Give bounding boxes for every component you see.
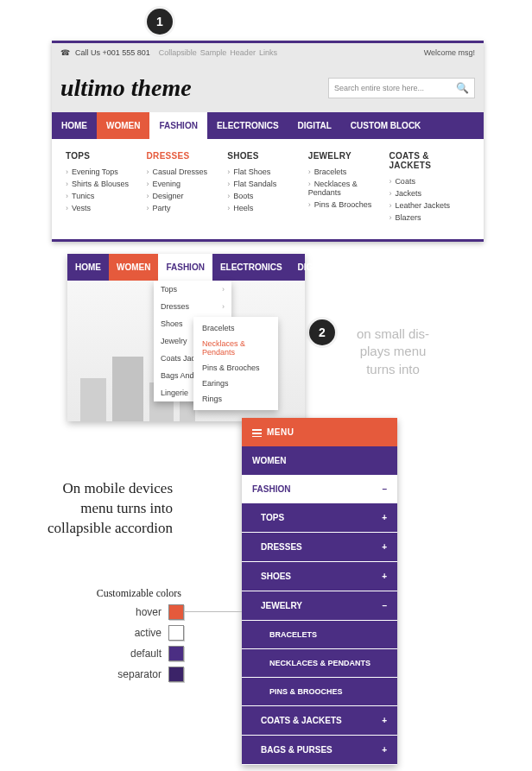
nav-digital[interactable]: DIGITAL <box>288 112 341 139</box>
accordion-fash[interactable]: FASHION– <box>242 475 397 503</box>
color-box <box>168 604 184 620</box>
mega-col-title[interactable]: DRESSES <box>147 151 228 161</box>
medium-nav: HOME WOMEN FASHION ELECTRONICS DIGITAL <box>67 254 305 281</box>
panel2-caption: on small dis- plays menu turns into <box>337 325 449 378</box>
nav-electronics[interactable]: ELECTRONICS <box>207 112 288 139</box>
desktop-preview: ☎ Call Us +001 555 801 Collapsible Sampl… <box>52 41 484 242</box>
nav-home[interactable]: HOME <box>52 112 97 139</box>
nav-women[interactable]: WOMEN <box>97 112 149 139</box>
crumb-1[interactable]: Sample <box>200 48 227 57</box>
accordion-cat[interactable]: BAGS & PURSES+ <box>242 736 397 764</box>
nav-fashion[interactable]: FASHION <box>149 112 206 139</box>
mega-link[interactable]: Evening <box>147 178 228 190</box>
dd2-item[interactable]: Bracelets <box>193 320 278 336</box>
mobile-accordion: MENU WOMENFASHION–TOPS+DRESSES+SHOES+JEW… <box>242 418 397 765</box>
dd1-item[interactable]: Tops› <box>154 281 231 298</box>
chevron-right-icon: › <box>222 285 225 294</box>
mega-col-title[interactable]: COATS & JACKETS <box>389 151 470 170</box>
mega-link[interactable]: Flat Sandals <box>227 178 308 190</box>
mega-link[interactable]: Pins & Brooches <box>308 199 390 211</box>
menu-toggle[interactable]: MENU <box>242 418 397 446</box>
mega-col-shoes: SHOESFlat ShoesFlat SandalsBootsHeels <box>227 151 308 224</box>
accordion-cat[interactable]: COATS & JACKETS+ <box>242 706 397 735</box>
topbar: ☎ Call Us +001 555 801 Collapsible Sampl… <box>52 43 484 62</box>
swatch-active: active <box>102 625 184 641</box>
medium-preview: HOME WOMEN FASHION ELECTRONICS DIGITAL T… <box>67 254 305 421</box>
crumb-0[interactable]: Collapsible <box>159 48 197 57</box>
mega-link[interactable]: Boots <box>227 190 308 202</box>
plus-icon: + <box>382 572 387 581</box>
nav2-electronics[interactable]: ELECTRONICS <box>212 254 290 281</box>
chevron-right-icon: › <box>222 302 225 311</box>
mega-link[interactable]: Blazers <box>389 212 470 224</box>
color-box <box>168 625 184 641</box>
dd1-item[interactable]: Dresses› <box>154 298 231 315</box>
mega-link[interactable]: Designer <box>147 190 228 202</box>
search-icon[interactable]: 🔍 <box>456 82 469 94</box>
swatch-separator: separator <box>102 667 184 682</box>
mega-link[interactable]: Party <box>147 202 228 214</box>
dropdown-level2: BraceletsNecklaces & PendantsPins & Broo… <box>193 317 278 410</box>
header: ultimo theme Search entire store here...… <box>52 62 484 112</box>
accordion-sub[interactable]: PINS & BROOCHES <box>242 678 397 705</box>
badge-1: 1 <box>147 9 173 35</box>
nav2-fashion[interactable]: FASHION <box>158 254 212 281</box>
plus-icon: + <box>382 513 387 522</box>
nav2-home[interactable]: HOME <box>67 254 109 281</box>
accordion-cat[interactable]: TOPS+ <box>242 503 397 532</box>
mega-col-jewelry: JEWELRYBraceletsNecklaces & PendantsPins… <box>308 151 390 224</box>
color-box <box>168 667 184 682</box>
nav2-digital[interactable]: DIGITAL <box>290 254 339 281</box>
mega-link[interactable]: Tunics <box>66 190 147 202</box>
nav-custom[interactable]: CUSTOM BLOCK <box>341 112 430 139</box>
plus-icon: + <box>382 745 387 755</box>
plus-icon: + <box>382 542 387 552</box>
swatch-default: default <box>102 646 184 661</box>
hero-image: Tops›Dresses›Shoes›Jewelry›Coats JacBags… <box>67 281 305 421</box>
welcome-msg: Welcome msg! <box>424 48 475 57</box>
mega-col-title[interactable]: TOPS <box>66 151 147 161</box>
accordion-cat[interactable]: DRESSES+ <box>242 533 397 561</box>
mega-link[interactable]: Coats <box>389 175 470 187</box>
crumb-3[interactable]: Links <box>259 48 277 57</box>
mega-link[interactable]: Bracelets <box>308 166 390 178</box>
mega-link[interactable]: Flat Shoes <box>227 166 308 178</box>
mega-link[interactable]: Vests <box>66 202 147 214</box>
search-input[interactable]: Search entire store here... 🔍 <box>328 78 475 98</box>
mega-col-title[interactable]: JEWELRY <box>308 151 390 161</box>
hamburger-icon <box>252 429 262 437</box>
panel3-caption: On mobile devices menu turns into collap… <box>35 479 173 539</box>
mega-col-tops: TOPSEvening TopsShirts & BlousesTunicsVe… <box>66 151 147 224</box>
phone-icon: ☎ <box>60 48 70 57</box>
mega-link[interactable]: Casual Dresses <box>147 166 228 178</box>
dd2-item[interactable]: Pins & Brooches <box>193 360 278 376</box>
accordion-sub[interactable]: BRACELETS <box>242 621 397 648</box>
mega-col-title[interactable]: SHOES <box>227 151 308 161</box>
dd2-item[interactable]: Necklaces & Pendants <box>193 336 278 360</box>
mega-link[interactable]: Leather Jackets <box>389 199 470 212</box>
color-box <box>168 646 184 661</box>
accordion-cat[interactable]: JEWELRY– <box>242 591 397 620</box>
dd2-item[interactable]: Rings <box>193 391 278 407</box>
mega-link[interactable]: Heels <box>227 202 308 214</box>
accordion-sub[interactable]: NECKLACES & PENDANTS <box>242 649 397 677</box>
main-nav: HOME WOMEN FASHION ELECTRONICS DIGITAL C… <box>52 112 484 139</box>
logo[interactable]: ultimo theme <box>60 74 192 102</box>
dd2-item[interactable]: Earings <box>193 376 278 391</box>
mega-link[interactable]: Evening Tops <box>66 166 147 178</box>
minus-icon: – <box>382 601 387 610</box>
plus-icon: + <box>382 716 387 725</box>
crumb-2[interactable]: Header <box>230 48 256 57</box>
custom-colors-label: Customizable colors <box>52 587 181 600</box>
mega-link[interactable]: Shirts & Blouses <box>66 178 147 190</box>
color-swatches: hoveractivedefaultseparator <box>102 604 184 687</box>
nav2-women[interactable]: WOMEN <box>109 254 158 281</box>
search-placeholder: Search entire store here... <box>334 84 424 92</box>
mega-link[interactable]: Necklaces & Pendants <box>308 178 390 199</box>
connector-line <box>185 611 242 612</box>
mega-col-coats-jackets: COATS & JACKETSCoatsJacketsLeather Jacke… <box>389 151 470 224</box>
accordion-cat[interactable]: SHOES+ <box>242 562 397 591</box>
mega-link[interactable]: Jackets <box>389 187 470 199</box>
accordion-women[interactable]: WOMEN <box>242 446 397 475</box>
mega-col-dresses: DRESSESCasual DressesEveningDesignerPart… <box>147 151 228 224</box>
